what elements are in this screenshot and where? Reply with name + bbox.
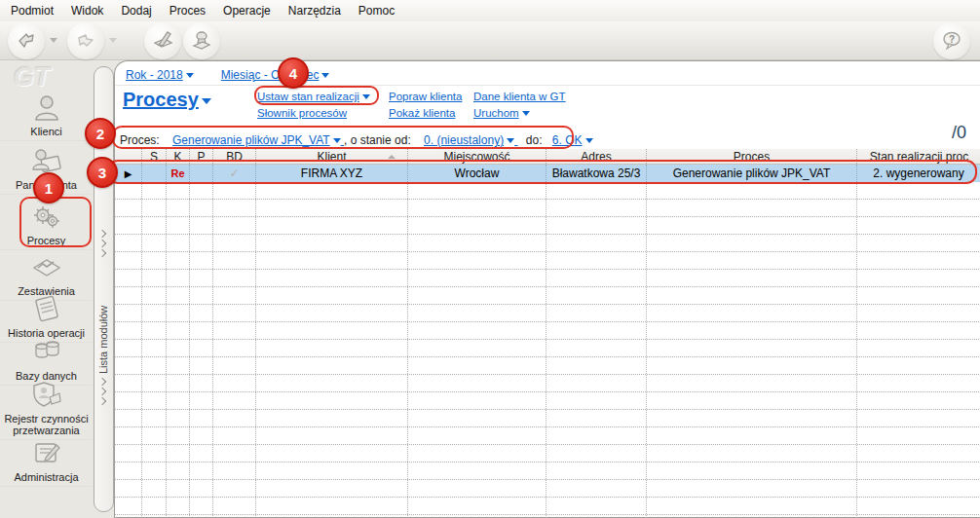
sidebar-label: Procesy (0, 235, 93, 250)
month-filter-link[interactable]: Miesiąc - Czerwiec (221, 68, 330, 82)
slownik-procesow-link[interactable]: Słownik procesów (257, 107, 370, 119)
cell-k-flag: Re (170, 167, 184, 179)
empty-grid-row (115, 182, 980, 200)
menu-operacje[interactable]: Operacje (214, 0, 280, 21)
chevron-down-icon (585, 138, 593, 143)
edit-pen-icon[interactable] (144, 22, 181, 59)
stan-od-value-link[interactable]: 0. (nieustalony) (424, 133, 517, 147)
actions-column-1: Ustaw stan realizacji Słownik procesów (257, 91, 370, 119)
column-header-bd[interactable]: BD (213, 149, 256, 164)
cell-stan-realizacji: 2. wygenerowany (857, 165, 980, 182)
cell-adres: Bławatkowa 25/3 (547, 165, 647, 182)
stan-od-label: , o stanie od: (344, 133, 411, 147)
menu-proces[interactable]: Proces (161, 0, 214, 21)
cell-s (142, 165, 167, 182)
sidebar-item-administracja[interactable]: Administracja (0, 438, 93, 487)
toolbar: ? (0, 21, 980, 60)
table-header: S K P BD Klient Miejscowość Adres Proces… (115, 149, 980, 165)
module-list-label: Lista modułów (97, 267, 109, 374)
sidebar-item-rejestr-czynnosci[interactable]: Rejestr czynności przetwarzania (0, 380, 93, 440)
admin-pencil-icon (30, 438, 63, 469)
cell-proces: Generowanie plików JPK_VAT (647, 165, 857, 182)
send-dropdown-icon[interactable] (50, 38, 57, 43)
sidebar-item-procesy[interactable]: Procesy (0, 202, 93, 250)
table-row[interactable]: ▶ Re ✓ FIRMA XYZ Wrocław Bławatkowa 25/3… (115, 165, 980, 182)
pokaz-klienta-link[interactable]: Pokaż klienta (389, 107, 462, 119)
svg-text:?: ? (949, 34, 955, 45)
sidebar-label: Rejestr czynności przetwarzania (0, 413, 93, 440)
column-header-proces[interactable]: Proces (647, 149, 857, 164)
expand-chevrons-icon[interactable] (99, 379, 105, 404)
chart-icon (30, 252, 63, 283)
gt-logo: GT (14, 62, 51, 92)
receive-arrow-icon[interactable] (67, 22, 104, 59)
chevron-down-icon (522, 111, 530, 116)
menu-narzedzia[interactable]: Narzędzia (280, 0, 350, 21)
do-label: do: (526, 133, 543, 147)
record-counter: /0 (952, 123, 966, 143)
empty-grid-row (115, 392, 980, 410)
sidebar-item-historia-operacji[interactable]: Historia operacji (0, 294, 93, 343)
column-header-s[interactable]: S (142, 149, 167, 164)
expand-chevrons-icon[interactable] (99, 231, 105, 256)
menu-widok[interactable]: Widok (62, 0, 112, 21)
empty-grid-row (115, 462, 980, 480)
annotation-step-3: 3 (87, 157, 118, 188)
stamp-icon[interactable] (183, 22, 220, 59)
proces-value-link[interactable]: Generowanie plików JPK_VAT (172, 133, 344, 147)
ustaw-stan-realizacji-link[interactable]: Ustaw stan realizacji (257, 91, 370, 102)
chevron-down-icon (333, 138, 341, 143)
year-filter-link[interactable]: Rok - 2018 (126, 68, 194, 82)
sidebar-label: Administracja (0, 471, 93, 487)
chevron-down-icon (507, 138, 514, 143)
column-header-p[interactable]: P (190, 149, 213, 164)
column-header-adres[interactable]: Adres (547, 149, 647, 164)
sidebar-item-bazy-danych[interactable]: Bazy danych (0, 337, 93, 386)
empty-grid-row (115, 200, 980, 217)
chevron-down-icon (321, 73, 329, 78)
empty-grid-row (115, 375, 980, 392)
divider (115, 85, 980, 86)
empty-grid-row (115, 357, 980, 375)
dane-klienta-w-gt-link[interactable]: Dane klienta w GT (473, 91, 566, 102)
gears-icon (30, 202, 63, 233)
column-header-marker (115, 149, 142, 164)
popraw-klienta-link[interactable]: Popraw klienta (389, 91, 462, 102)
sidebar-item-klienci[interactable]: Klienci (0, 92, 93, 141)
uruchom-link[interactable]: Uruchom (473, 107, 566, 119)
column-header-klient[interactable]: Klient (256, 149, 408, 164)
person-icon (30, 92, 63, 124)
actions-column-2: Popraw klienta Pokaż klienta (389, 91, 462, 119)
empty-grid-row (115, 235, 980, 252)
help-bubble-icon[interactable]: ? (933, 22, 970, 59)
shield-person-icon (30, 380, 63, 411)
column-header-k[interactable]: K (167, 149, 190, 164)
annotation-step-1: 1 (33, 172, 64, 204)
empty-grid-row (115, 287, 980, 305)
menu-dodaj[interactable]: Dodaj (112, 0, 160, 21)
main-panel: Rok - 2018 Miesiąc - Czerwiec Procesy Us… (114, 60, 980, 518)
do-value-link[interactable]: 6. OK (552, 133, 593, 147)
page-title[interactable]: Procesy (123, 89, 211, 111)
sidebar-label: Klienci (0, 126, 93, 141)
module-sidebar: GT Klienci Panel klienta (0, 60, 93, 518)
menu-pomoc[interactable]: Pomoc (350, 0, 403, 21)
column-header-stan-realizacji[interactable]: Stan realizacji proc (857, 149, 980, 164)
menu-podmiot[interactable]: Podmiot (2, 0, 62, 21)
chevron-down-icon (202, 98, 211, 104)
receive-dropdown-icon[interactable] (109, 38, 117, 43)
bd-checkmark-icon: ✓ (229, 166, 239, 180)
cell-klient: FIRMA XYZ (256, 165, 408, 182)
sort-ascending-icon (388, 155, 396, 159)
empty-grid-row (115, 427, 980, 445)
empty-grid-row (115, 445, 980, 462)
empty-grid-row (115, 305, 980, 322)
send-arrow-icon[interactable] (8, 22, 45, 59)
empty-grid-row (115, 252, 980, 270)
history-document-icon (30, 294, 63, 325)
empty-grid-row (115, 498, 980, 515)
cell-miejscowosc: Wrocław (408, 165, 547, 182)
column-header-miejscowosc[interactable]: Miejscowość (408, 149, 547, 164)
empty-grid-row (115, 270, 980, 287)
empty-grid-row (115, 480, 980, 498)
